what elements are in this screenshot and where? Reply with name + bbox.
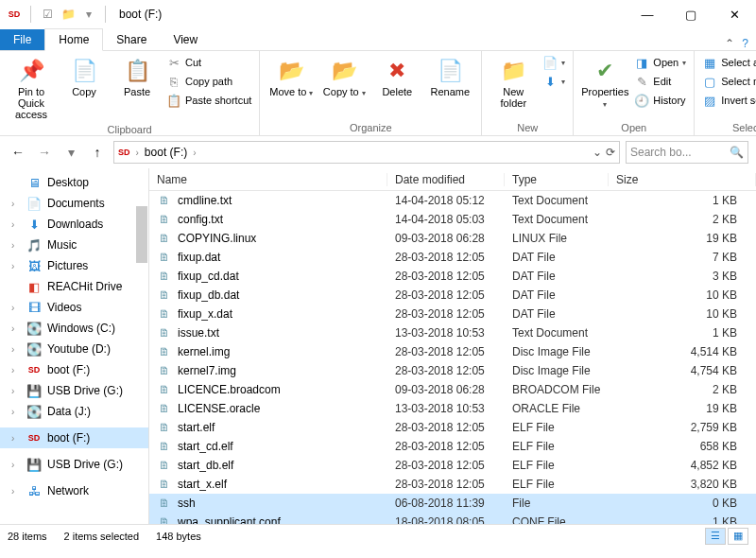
tree-expand-icon[interactable]: › (11, 460, 21, 470)
recent-locations-button[interactable]: ▾ (60, 142, 81, 163)
paste-button[interactable]: 📋 Paste (112, 54, 163, 99)
history-button[interactable]: 🕘History (632, 92, 688, 109)
nav-item[interactable]: ›🖧Network (0, 480, 148, 501)
help-icon[interactable]: ? (742, 37, 748, 50)
tree-expand-icon[interactable]: › (11, 407, 21, 417)
file-row[interactable]: 🗎issue.txt13-03-2018 10:53Text Document1… (149, 323, 756, 342)
tab-view[interactable]: View (160, 29, 211, 50)
file-row[interactable]: 🗎ssh06-08-2018 11:39File0 KB (149, 494, 756, 513)
new-folder-button[interactable]: 📁 New folder (488, 54, 539, 111)
minimize-button[interactable]: — (626, 0, 669, 28)
col-name[interactable]: Name (149, 173, 387, 186)
nav-item[interactable]: ›💽Youtube (D:) (0, 339, 148, 359)
pin-quick-access-button[interactable]: 📌 Pin to Quick access (6, 54, 57, 122)
file-row[interactable]: 🗎kernel7.img28-03-2018 12:05Disc Image F… (149, 361, 756, 380)
file-row[interactable]: 🗎LICENSE.oracle13-03-2018 10:53ORACLE Fi… (149, 399, 756, 418)
nav-item[interactable]: ›💽Windows (C:) (0, 318, 148, 339)
tree-expand-icon[interactable]: › (11, 386, 21, 396)
nav-item[interactable]: ›📄Documents (0, 193, 148, 214)
new-item-button[interactable]: 📄▾ (541, 54, 567, 71)
tree-expand-icon[interactable]: › (11, 486, 21, 497)
tiles-view-button[interactable]: ▦ (728, 528, 748, 545)
file-row[interactable]: 🗎config.txt14-04-2018 05:03Text Document… (149, 210, 756, 229)
qat-properties-icon[interactable]: ☑ (39, 6, 56, 23)
address-bar[interactable]: SD › boot (F:) › ⌄ ⟳ (113, 141, 620, 164)
breadcrumb-sep-icon[interactable]: › (193, 148, 196, 158)
tree-expand-icon[interactable]: › (11, 323, 21, 334)
ribbon-collapse-icon[interactable]: ⌃ (725, 37, 734, 50)
col-type[interactable]: Type (505, 173, 609, 186)
nav-item[interactable]: ›🖼Pictures (0, 255, 148, 276)
rename-button[interactable]: 📄 Rename (424, 54, 475, 99)
nav-item[interactable]: ›🎵Music (0, 235, 148, 255)
breadcrumb-root[interactable]: boot (F:) (145, 146, 187, 159)
copy-button[interactable]: 📄 Copy (59, 54, 110, 99)
details-view-button[interactable]: ☰ (705, 528, 726, 545)
maximize-button[interactable]: ▢ (669, 0, 713, 28)
up-button[interactable]: ↑ (87, 142, 108, 163)
file-row[interactable]: 🗎fixup_cd.dat28-03-2018 12:05DAT File3 K… (149, 267, 756, 286)
nav-item[interactable]: ›💾USB Drive (G:) (0, 380, 148, 401)
nav-item[interactable]: ›⬇Downloads (0, 214, 148, 235)
back-button[interactable]: ← (8, 142, 28, 163)
tree-expand-icon[interactable]: › (11, 433, 21, 444)
file-row[interactable]: 🗎fixup.dat28-03-2018 12:05DAT File7 KB (149, 248, 756, 267)
open-button[interactable]: ◨Open ▾ (632, 54, 688, 71)
qat-folder-icon[interactable]: 📁 (60, 6, 77, 23)
tree-expand-icon[interactable]: › (11, 303, 21, 313)
tree-expand-icon[interactable]: › (11, 261, 21, 271)
close-button[interactable]: ✕ (713, 0, 756, 28)
file-row[interactable]: 🗎cmdline.txt14-04-2018 05:12Text Documen… (149, 191, 756, 210)
file-row[interactable]: 🗎kernel.img28-03-2018 12:05Disc Image Fi… (149, 342, 756, 361)
file-row[interactable]: 🗎fixup_x.dat28-03-2018 12:05DAT File10 K… (149, 305, 756, 323)
breadcrumb-sep-icon[interactable]: › (136, 148, 139, 158)
move-to-button[interactable]: 📂 Move to ▾ (266, 54, 317, 99)
select-all-button[interactable]: ▦Select all (700, 54, 756, 71)
nav-item[interactable]: ›🎞Videos (0, 297, 148, 318)
qat-dropdown-icon[interactable]: ▾ (80, 6, 97, 23)
edit-button[interactable]: ✎Edit (632, 73, 688, 90)
tree-expand-icon[interactable]: › (11, 365, 21, 375)
file-row[interactable]: 🗎start_db.elf28-03-2018 12:05ELF File4,8… (149, 456, 756, 475)
nav-item[interactable]: 🖥Desktop (0, 172, 148, 193)
nav-item[interactable]: ›SDboot (F:) (0, 427, 148, 448)
tab-file[interactable]: File (0, 29, 44, 50)
tree-expand-icon[interactable]: › (11, 219, 21, 230)
nav-item[interactable]: ›SDboot (F:) (0, 359, 148, 380)
copy-to-button[interactable]: 📂 Copy to ▾ (318, 54, 369, 99)
cut-button[interactable]: ✂Cut (164, 54, 253, 71)
nav-item[interactable]: ›💽Data (J:) (0, 401, 148, 422)
tab-home[interactable]: Home (44, 28, 103, 51)
paste-shortcut-button[interactable]: 📋Paste shortcut (164, 92, 253, 109)
properties-button[interactable]: ✔ Properties ▾ (579, 54, 630, 111)
tree-expand-icon[interactable]: › (11, 199, 21, 209)
refresh-icon[interactable]: ⟳ (606, 146, 615, 159)
forward-button[interactable]: → (34, 142, 55, 163)
file-list[interactable]: 🗎cmdline.txt14-04-2018 05:12Text Documen… (149, 191, 756, 524)
tree-expand-icon[interactable]: › (11, 344, 21, 355)
file-row[interactable]: 🗎COPYING.linux09-03-2018 06:28LINUX File… (149, 229, 756, 248)
file-row[interactable]: 🗎start_cd.elf28-03-2018 12:05ELF File658… (149, 437, 756, 456)
file-row[interactable]: 🗎start.elf28-03-2018 12:05ELF File2,759 … (149, 418, 756, 437)
scrollbar-thumb[interactable] (136, 206, 147, 263)
select-none-button[interactable]: ▢Select none (700, 73, 756, 90)
col-size[interactable]: Size (609, 173, 756, 186)
tree-expand-icon[interactable]: › (11, 240, 21, 251)
file-row[interactable]: 🗎wpa_supplicant.conf18-08-2018 08:05CONF… (149, 513, 756, 524)
nav-item[interactable]: ◧REACHit Drive (0, 276, 148, 297)
file-row[interactable]: 🗎fixup_db.dat28-03-2018 12:05DAT File10 … (149, 286, 756, 305)
col-date[interactable]: Date modified (387, 173, 505, 186)
easy-access-button[interactable]: ⬇▾ (541, 73, 567, 90)
file-row[interactable]: 🗎start_x.elf28-03-2018 12:05ELF File3,82… (149, 475, 756, 494)
tab-share[interactable]: Share (103, 29, 160, 50)
file-size: 2 KB (609, 213, 756, 226)
column-header[interactable]: Name Date modified Type Size (149, 168, 756, 191)
file-row[interactable]: 🗎LICENCE.broadcom09-03-2018 06:28BROADCO… (149, 380, 756, 399)
search-input[interactable]: Search bo... 🔍 (626, 141, 748, 164)
nav-item[interactable]: ›💾USB Drive (G:) (0, 454, 148, 475)
navigation-pane[interactable]: 🖥Desktop›📄Documents›⬇Downloads›🎵Music›🖼P… (0, 168, 149, 524)
invert-selection-button[interactable]: ▨Invert selection (700, 92, 756, 109)
delete-button[interactable]: ✖ Delete (371, 54, 422, 99)
copy-path-button[interactable]: ⎘Copy path (164, 73, 253, 90)
address-dropdown-icon[interactable]: ⌄ (593, 146, 602, 159)
